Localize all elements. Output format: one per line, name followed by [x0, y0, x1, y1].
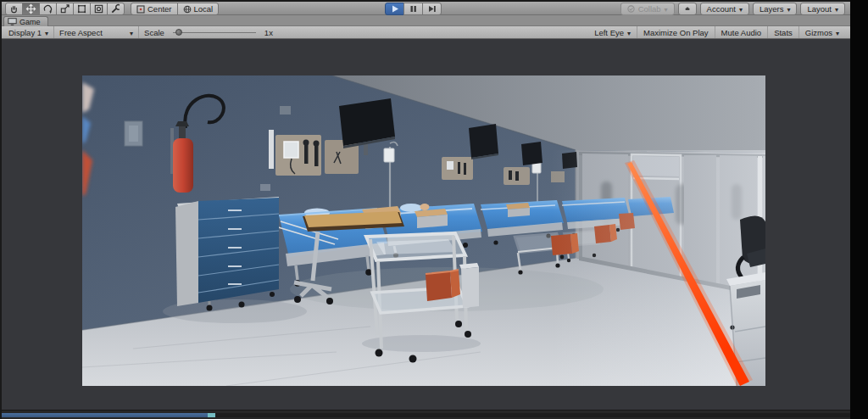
chevron-down-icon	[739, 4, 743, 14]
chevron-down-icon	[665, 4, 668, 14]
diagnostic-panel-3	[504, 167, 530, 185]
layers-dropdown[interactable]: Layers	[753, 3, 798, 15]
collab-dropdown[interactable]: Collab	[620, 3, 675, 15]
view-tab-bar: Game	[2, 15, 850, 26]
pivot-label: Center	[147, 4, 172, 14]
chevron-down-icon	[45, 28, 48, 37]
mute-audio-label: Mute Audio	[721, 28, 762, 37]
rotate-tool-icon	[42, 3, 53, 14]
video-progress-handle[interactable]	[208, 413, 215, 417]
scale-tool-icon	[59, 3, 70, 14]
playback-controls	[385, 3, 441, 15]
game-viewport[interactable]	[82, 75, 765, 386]
grey-box	[461, 267, 479, 308]
layout-label: Layout	[807, 4, 832, 14]
game-controls-right: Left Eye Maximize On Play Mute Audio Sta…	[588, 26, 845, 38]
chevron-down-icon	[627, 28, 631, 37]
aspect-label: Free Aspect	[59, 28, 103, 37]
wrench-icon	[110, 3, 121, 14]
unity-editor-window: Center Local	[0, 0, 868, 419]
cloud-services-button[interactable]	[678, 3, 697, 15]
scale-tool-button[interactable]	[56, 3, 74, 15]
play-icon	[389, 3, 400, 14]
stats-label: Stats	[774, 28, 793, 37]
move-tool-icon	[25, 3, 36, 14]
hospital-ward-scene	[82, 75, 765, 386]
game-view-icon	[8, 18, 17, 25]
wall-plate	[280, 106, 291, 115]
game-view-area	[2, 39, 850, 410]
maximize-on-play-toggle[interactable]: Maximize On Play	[637, 26, 715, 38]
bottom-strip	[2, 410, 850, 419]
scale-value: 1x	[259, 26, 278, 38]
hand-tool-icon	[8, 3, 19, 14]
chevron-down-icon	[835, 4, 838, 14]
display-dropdown[interactable]: Display 1	[3, 26, 54, 38]
wall-tv-2	[469, 124, 498, 159]
gizmos-dropdown[interactable]: Gizmos	[798, 26, 845, 38]
maximize-label: Maximize On Play	[643, 28, 709, 37]
orientation-toggle-button[interactable]: Local	[177, 3, 220, 15]
game-tab-label: Game	[19, 18, 41, 26]
stats-toggle[interactable]: Stats	[767, 26, 798, 38]
pause-button[interactable]	[403, 3, 423, 15]
hand-tool-button[interactable]	[5, 3, 23, 15]
chevron-down-icon	[836, 28, 839, 37]
scale-label: Scale	[139, 26, 170, 38]
editor-chrome: Center Local	[0, 0, 850, 419]
orange-bin	[426, 271, 452, 301]
game-controls-left: Display 1 Free Aspect Scale 1x	[3, 26, 278, 38]
cloud-icon	[685, 5, 690, 13]
diagnostic-panel-2	[442, 157, 473, 180]
layout-dropdown[interactable]: Layout	[800, 3, 845, 15]
gizmos-label: Gizmos	[805, 28, 832, 37]
chevron-down-icon	[787, 4, 790, 14]
pause-icon	[408, 3, 419, 14]
rotate-tool-button[interactable]	[39, 3, 57, 15]
mute-audio-toggle[interactable]: Mute Audio	[715, 26, 768, 38]
video-progress-fill	[2, 413, 208, 417]
orientation-label: Local	[194, 4, 214, 14]
scale-slider-track	[173, 32, 256, 33]
aspect-dropdown[interactable]: Free Aspect	[54, 26, 139, 38]
eye-dropdown[interactable]: Left Eye	[588, 26, 637, 38]
display-label: Display 1	[8, 28, 42, 37]
game-view-control-bar: Display 1 Free Aspect Scale 1x	[2, 26, 850, 39]
layers-label: Layers	[760, 4, 784, 14]
move-tool-button[interactable]	[22, 3, 40, 15]
video-progress-track[interactable]	[2, 413, 850, 417]
scale-slider[interactable]	[173, 26, 256, 38]
screen-edge-black-strip	[850, 0, 868, 419]
eye-label: Left Eye	[594, 28, 624, 37]
collab-icon	[627, 5, 635, 13]
scale-slider-knob[interactable]	[175, 29, 182, 36]
account-label: Account	[707, 4, 736, 14]
game-view-tab[interactable]: Game	[3, 16, 48, 26]
main-toolbar: Center Local	[2, 0, 850, 15]
play-button[interactable]	[385, 3, 404, 15]
step-icon	[426, 3, 437, 14]
pivot-toggle-button[interactable]: Center	[131, 3, 178, 15]
transform-tool-group	[5, 3, 124, 15]
otoscope-charger	[284, 142, 298, 158]
patient-head	[420, 204, 430, 210]
infusion-pump	[384, 148, 394, 162]
toolbar-right-group: Collab Account Layers Layout	[620, 3, 845, 15]
transform-tool-icon	[93, 3, 104, 14]
chevron-down-icon	[130, 28, 133, 37]
rect-tool-icon	[76, 3, 87, 14]
account-dropdown[interactable]: Account	[700, 3, 749, 15]
center-pivot-icon	[136, 5, 145, 14]
transform-tool-button[interactable]	[90, 3, 108, 15]
rect-tool-button[interactable]	[73, 3, 91, 15]
custom-tool-button[interactable]	[107, 3, 125, 15]
pillow	[400, 204, 422, 212]
step-button[interactable]	[422, 3, 442, 15]
pivot-orientation-group: Center Local	[131, 3, 218, 15]
collab-label: Collab	[638, 4, 661, 14]
wall-tv-3	[521, 142, 542, 165]
local-orientation-icon	[183, 5, 192, 14]
